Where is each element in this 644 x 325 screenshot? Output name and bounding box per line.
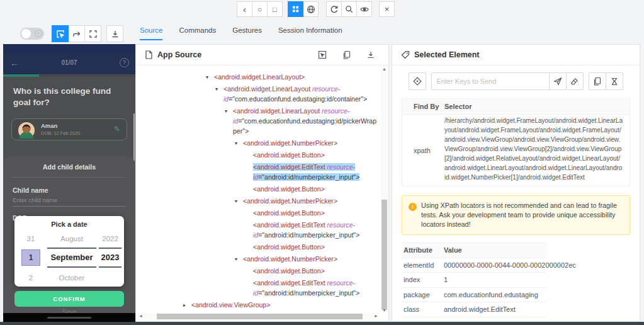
month-option: August: [47, 232, 96, 245]
tree-node[interactable]: android.view.View resource-id="android:i…: [137, 312, 380, 312]
tree-node[interactable]: <android.widget.EditText resource-id="an…: [137, 220, 380, 240]
device-nav-group: ‹ ○ □: [237, 1, 283, 17]
tap-by-coordinates-button[interactable]: [84, 25, 101, 42]
tree-expander-icon[interactable]: ▾: [206, 72, 208, 83]
picker-divider-line: [47, 248, 96, 249]
horizontal-scrollbar[interactable]: ◄►: [137, 313, 380, 320]
globe-icon: [307, 5, 315, 14]
find-by-header-row: Find By Selector: [402, 99, 630, 115]
picker-divider-line: [99, 266, 121, 268]
tree-expander-icon[interactable]: ▾: [235, 254, 237, 265]
tree-expander-icon[interactable]: ▸: [183, 300, 186, 311]
app-source-panel: App Source ▾<android.widget.LinearLayout…: [135, 44, 389, 322]
device-screenshot[interactable]: ← 01/07 ? Who is this college fund goal …: [3, 44, 135, 322]
tree-node[interactable]: ▾<android.widget.LinearLayout>: [137, 72, 380, 82]
tree-node-label: <android.widget.Button>: [253, 267, 325, 275]
step-indicator: 01/07: [3, 59, 135, 66]
tree-node[interactable]: <android.widget.Button>: [137, 150, 380, 160]
find-by-table: Find By Selector xpath /hierarchy/androi…: [402, 98, 630, 186]
tree-node[interactable]: ▾<android.widget.NumberPicker>: [137, 196, 380, 206]
tree-node[interactable]: <android.widget.EditText resource-id="an…: [137, 278, 380, 298]
tree-node[interactable]: ▾<android.widget.LinearLayout resource-i…: [137, 84, 380, 104]
selected-year: 2023: [99, 249, 121, 266]
phone-status-bar: [3, 44, 135, 53]
tab-session-information[interactable]: Session Information: [278, 26, 342, 40]
view-mode-group: [288, 1, 319, 17]
quit-session-button[interactable]: ×: [379, 1, 395, 17]
child-name-placeholder: Enter child name: [13, 197, 57, 203]
clear-icon: [570, 77, 579, 86]
attribute-row: elementId00000000-0000-0044-0000-0002000…: [402, 258, 546, 273]
warning-text: Using XPath locators is not recommended …: [421, 202, 617, 228]
tree-expander-icon[interactable]: ▾: [215, 84, 218, 94]
tag-icon: [401, 50, 410, 59]
selected-element-header: Selected Element: [392, 45, 640, 66]
tree-node[interactable]: <android.widget.Button>: [137, 242, 380, 252]
find-by-row: xpath /hierarchy/android.widget.FrameLay…: [402, 115, 630, 186]
grid-view-button[interactable]: [288, 1, 303, 17]
date-picker-row: 31August2022: [14, 232, 124, 245]
question-mark-icon: ?: [120, 58, 129, 67]
web-view-button[interactable]: [303, 1, 319, 17]
back-button[interactable]: ‹: [237, 1, 252, 17]
vertical-scrollbar-thumb[interactable]: [381, 200, 387, 311]
locate-element-button[interactable]: [409, 72, 426, 90]
day-option: 31: [20, 232, 42, 245]
eye-icon: [360, 5, 369, 14]
search-button[interactable]: [341, 1, 357, 17]
pencil-icon: ✎: [114, 125, 120, 134]
tree-node[interactable]: <android.widget.Button>: [137, 184, 380, 194]
select-in-source-icon[interactable]: [318, 50, 327, 59]
tree-node[interactable]: ▾<android.widget.NumberPicker>: [137, 254, 380, 264]
app-source-title: App Source: [157, 50, 201, 59]
tree-node[interactable]: ▾<android.widget.LinearLayout resource-i…: [137, 106, 380, 136]
download-source-icon[interactable]: [366, 50, 375, 59]
tree-node[interactable]: <android.widget.EditText resource-id="an…: [137, 162, 380, 182]
horizontal-scrollbar-thumb[interactable]: [157, 314, 363, 319]
selected-day: 1: [21, 249, 40, 266]
confirm-button: CONFIRM: [14, 291, 124, 307]
back-icon: ‹: [243, 4, 246, 14]
tree-node[interactable]: ▸<android.view.ViewGroup>: [137, 300, 380, 310]
send-keys-button[interactable]: [549, 72, 567, 90]
wait-timeout-button[interactable]: [606, 72, 623, 90]
tab-commands[interactable]: Commands: [179, 26, 216, 40]
tree-node[interactable]: <android.widget.Button>: [137, 266, 380, 276]
copy-source-icon[interactable]: [342, 50, 351, 59]
toggle-off-icon: ×: [35, 30, 42, 37]
swipe-by-coordinates-button[interactable]: [68, 25, 85, 42]
attribute-header: Attribute: [402, 246, 444, 254]
record-toggle[interactable]: ×: [20, 28, 44, 40]
selected-month: September: [47, 249, 96, 266]
tree-node-label: <android.widget.Button>: [253, 243, 325, 251]
tree-expander-icon[interactable]: ▾: [235, 139, 237, 149]
copy-attributes-button[interactable]: [589, 72, 606, 90]
refresh-button[interactable]: [326, 1, 342, 17]
tree-node[interactable]: ▾<android.widget.NumberPicker>: [137, 138, 380, 148]
tree-expander-icon[interactable]: ▾: [235, 197, 237, 207]
home-button[interactable]: ○: [252, 1, 268, 17]
value-header: Value: [444, 246, 546, 254]
tab-gestures[interactable]: Gestures: [232, 26, 262, 40]
download-screenshot-button[interactable]: [106, 25, 123, 42]
tree-node[interactable]: <android.widget.Button>: [137, 208, 380, 218]
tree-node-label: <android.widget.Button>: [253, 209, 325, 217]
overview-button[interactable]: □: [267, 1, 283, 17]
select-elements-button[interactable]: [52, 25, 69, 42]
screenshot-view-button[interactable]: [356, 1, 372, 17]
progress-bar: [3, 74, 135, 77]
source-tree: ▾<android.widget.LinearLayout>▾<android.…: [137, 66, 380, 312]
window-bottom-edge: [0, 322, 644, 325]
home-circle-icon: ○: [257, 5, 262, 14]
clear-element-button[interactable]: [566, 72, 584, 90]
send-keys-input[interactable]: [431, 72, 550, 90]
selected-element-panel: Selected Element Find By S: [392, 44, 640, 322]
child-card: Aman DOB: 12 Feb 2020 ✎: [11, 118, 127, 140]
child-avatar: [18, 122, 35, 139]
tree-node-label: <android.widget.EditText resource-id="an…: [253, 163, 359, 181]
selector-header: Selector: [444, 99, 630, 114]
vertical-scrollbar[interactable]: ▲▼: [381, 67, 388, 312]
tree-expander-icon[interactable]: ▾: [225, 106, 227, 117]
tab-source[interactable]: Source: [140, 26, 162, 40]
tree-node-label: <android.widget.LinearLayout resource-id…: [223, 85, 367, 103]
